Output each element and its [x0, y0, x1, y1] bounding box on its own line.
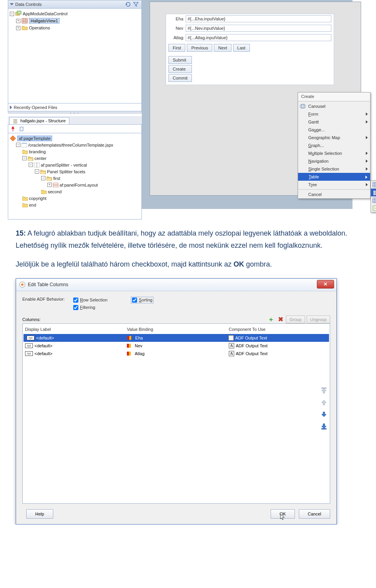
submenu-arrow-icon [366, 160, 368, 163]
ctx-geomap[interactable]: Geographic Map [298, 134, 370, 142]
ctx-carousel[interactable]: Carousel [298, 102, 370, 110]
grid-row-eha[interactable]: xyz<default> Eha AADF Output Text [24, 334, 329, 342]
plus-icon[interactable]: + [16, 19, 20, 23]
struct-first[interactable]: −first [8, 175, 141, 181]
dialog-titlebar[interactable]: Edit Table Columns ✕ [16, 279, 336, 291]
move-bottom-button[interactable] [320, 422, 328, 430]
submenu-arrow-icon [366, 136, 368, 139]
help-button[interactable]: Help [26, 509, 53, 519]
grid-row-atlag[interactable]: xyz<default> Atlag AADF Output Text [24, 350, 329, 358]
svg-rect-39 [373, 206, 375, 211]
struct-root[interactable]: af:pageTemplate [8, 135, 141, 142]
step2-text-a: Jelöljük be a legfelül található három c… [16, 260, 233, 268]
filtering-checkbox[interactable]: Filtering [73, 305, 95, 310]
filter-icon[interactable] [133, 1, 139, 7]
structure-tree[interactable]: af:pageTemplate − /oracle/templates/thre… [8, 133, 142, 220]
refresh-icon[interactable] [125, 1, 131, 7]
ctx-gauge[interactable]: Gauge... [298, 126, 370, 134]
nev-input[interactable] [186, 25, 331, 32]
struct-branding[interactable]: branding [8, 148, 141, 155]
ungroup-button: Ungroup [307, 316, 330, 323]
struct-center[interactable]: −center [8, 155, 141, 162]
struct-end[interactable]: end [8, 201, 141, 208]
move-top-button[interactable] [320, 387, 328, 395]
close-button[interactable]: ✕ [317, 280, 334, 289]
submenu-arrow-icon [366, 167, 368, 171]
data-controls-title: Data Controls [15, 2, 42, 7]
ctx-singlesel[interactable]: Single Selection [298, 165, 370, 173]
submit-button[interactable]: Submit [168, 56, 192, 64]
sorting-checkbox[interactable]: Sorting [131, 297, 154, 303]
svg-rect-12 [20, 127, 23, 131]
ctx-tree[interactable]: Tree [298, 181, 370, 189]
struct-facets[interactable]: −Panel Splitter facets [8, 168, 141, 175]
ctx-table[interactable]: Table [298, 173, 370, 181]
cell: ADF Output Text [236, 351, 268, 356]
row-selection-input[interactable] [73, 298, 78, 303]
filtering-input[interactable] [73, 305, 78, 310]
sub-adf-table[interactable]: ADF Table... [371, 181, 376, 189]
struct-label: Panel Splitter facets [47, 169, 85, 174]
struct-second[interactable]: second [8, 188, 141, 195]
columns-label: Columns: [22, 317, 40, 322]
data-controls-tree[interactable]: − AppModuleDataControl + HallgatoView1 +… [8, 9, 142, 103]
svg-rect-17 [53, 183, 58, 187]
struct-splitter[interactable]: −af:panelSplitter - vertical [8, 162, 141, 168]
minus-icon[interactable]: − [35, 169, 39, 174]
ctx-nav[interactable]: Navigation [298, 157, 370, 165]
minus-icon[interactable]: − [16, 143, 20, 147]
tree-root-row[interactable]: − AppModuleDataControl [9, 10, 141, 17]
collapse-icon[interactable] [10, 3, 14, 5]
sub-dynamic-table[interactable]: ADF Read-Only Dynamic Table [371, 196, 376, 204]
next-button[interactable]: Next [214, 44, 231, 52]
struct-formlayout[interactable]: +af:panelFormLayout [8, 181, 141, 188]
first-button[interactable]: First [168, 44, 185, 52]
minus-icon[interactable]: − [41, 176, 45, 180]
table-icon [372, 181, 376, 188]
ctx-graph[interactable]: Graph... [298, 142, 370, 149]
tree-item-hallgato[interactable]: + HallgatoView1 [9, 17, 141, 24]
folder-icon [22, 149, 28, 154]
ctx-gantt[interactable]: Gantt [298, 118, 370, 126]
remove-column-button[interactable]: ✖ [277, 316, 284, 323]
cell: <default> [34, 343, 52, 348]
freeze-icon[interactable] [18, 126, 25, 132]
atlag-input[interactable] [186, 34, 331, 41]
splitter-handle[interactable]: ‹ ‹ ‹ [8, 111, 142, 114]
struct-template[interactable]: − /oracle/templates/threeColumnTemplate.… [8, 142, 141, 148]
move-down-button[interactable] [320, 410, 328, 419]
form-field-nev: Nev [166, 24, 334, 33]
eha-input[interactable] [186, 15, 331, 22]
ctx-form[interactable]: Form [298, 110, 370, 118]
commit-button[interactable]: Commit [168, 74, 192, 82]
tree-item-operations[interactable]: + Operations [9, 24, 141, 31]
cancel-button[interactable]: Cancel [299, 509, 330, 519]
table-submenu[interactable]: ADF Table... ADF Read-only Table... ADF … [371, 180, 376, 212]
minus-icon[interactable]: − [29, 163, 33, 167]
ctx-label: Table [309, 174, 319, 179]
flag-icon [127, 336, 134, 340]
plus-icon[interactable]: + [47, 183, 52, 187]
ctx-multisel[interactable]: Multiple Selection [298, 149, 370, 157]
ctx-cancel[interactable]: Cancel [298, 191, 370, 198]
sub-readonly-table[interactable]: ADF Read-only Table... [371, 189, 376, 196]
sorting-input[interactable] [132, 298, 137, 303]
create-button[interactable]: Create [168, 65, 192, 73]
minus-icon[interactable]: − [22, 156, 27, 160]
plus-icon[interactable]: + [16, 26, 20, 30]
move-up-button[interactable] [320, 398, 328, 407]
create-context-menu[interactable]: Create Carousel Form Gantt Gauge... Geog… [298, 92, 371, 199]
grid-row-nev[interactable]: xyz<default> Nev AADF Output Text [24, 342, 329, 350]
struct-copyright[interactable]: copyright [8, 195, 141, 201]
structure-tab[interactable]: hallgato.jspx - Structure [9, 117, 69, 124]
expand-icon[interactable] [10, 105, 12, 109]
previous-button[interactable]: Previous [187, 44, 212, 52]
row-selection-checkbox[interactable]: Row Selection [73, 297, 107, 303]
recent-files-header[interactable]: Recently Opened Files [8, 103, 142, 111]
last-button[interactable]: Last [233, 44, 250, 52]
a-icon: A [229, 351, 234, 356]
sub-pivot-table[interactable]: ADF Pivot Table... [371, 204, 376, 212]
minus-icon[interactable]: − [10, 12, 14, 16]
add-column-button[interactable]: ＋ [267, 316, 275, 323]
pin-icon[interactable] [10, 126, 16, 132]
